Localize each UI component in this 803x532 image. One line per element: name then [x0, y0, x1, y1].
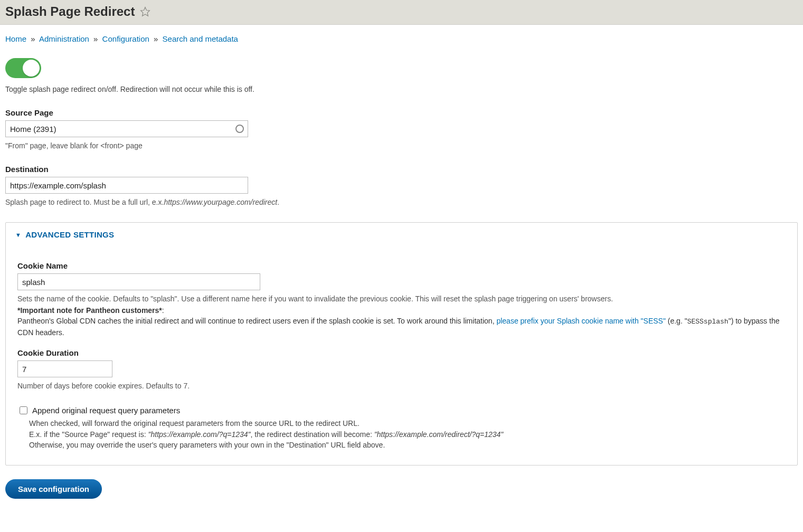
advanced-settings-title: ADVANCED SETTINGS [25, 230, 114, 239]
toggle-description: Toggle splash page redirect on/off. Redi… [5, 85, 798, 93]
source-page-input[interactable] [5, 120, 248, 137]
breadcrumb-home[interactable]: Home [5, 34, 26, 43]
breadcrumb-separator: » [152, 34, 160, 43]
source-page-helper: "From" page, leave blank for <front> pag… [5, 141, 798, 150]
append-query-desc-line3: Otherwise, you may override the user's q… [29, 440, 786, 450]
svg-marker-0 [141, 7, 150, 16]
cookie-duration-field: Cookie Duration Number of days before co… [17, 348, 786, 390]
pantheon-note-colon: : [162, 306, 164, 315]
advanced-settings-panel: ▼ ADVANCED SETTINGS Cookie Name Sets the… [5, 222, 798, 466]
star-icon[interactable] [140, 6, 150, 17]
breadcrumb-separator: » [91, 34, 100, 43]
cookie-duration-input[interactable] [17, 360, 112, 377]
breadcrumb-search-metadata[interactable]: Search and metadata [163, 34, 238, 43]
append-query-row: Append original request query parameters [17, 405, 786, 416]
append-query-checkbox[interactable] [20, 406, 27, 414]
destination-input[interactable] [5, 177, 248, 194]
content-region: Home » Administration » Configuration » … [0, 25, 803, 515]
pantheon-note-label: *Important note for Pantheon customers* [17, 306, 162, 315]
chevron-down-icon: ▼ [15, 232, 21, 238]
destination-label: Destination [5, 165, 798, 174]
breadcrumb-administration[interactable]: Administration [39, 34, 89, 43]
enable-toggle[interactable] [5, 58, 41, 78]
toggle-knob [23, 60, 40, 77]
destination-field: Destination Splash page to redirect to. … [5, 165, 798, 206]
pantheon-note-post-pre: (e.g. " [666, 317, 687, 325]
page-title: Splash Page Redirect [5, 4, 135, 19]
advanced-settings-body: Cookie Name Sets the name of the cookie.… [6, 245, 797, 465]
append-query-desc-line1: When checked, will forward the original … [29, 418, 786, 429]
cookie-duration-helper: Number of days before cookie expires. De… [17, 382, 786, 390]
pantheon-code: SESSsplash [687, 318, 729, 326]
cookie-duration-label: Cookie Duration [17, 348, 786, 357]
pantheon-note-pre: Pantheon's Global CDN caches the initial… [17, 317, 496, 325]
breadcrumb: Home » Administration » Configuration » … [5, 34, 798, 43]
cookie-name-helper: Sets the name of the cookie. Defaults to… [17, 294, 786, 303]
autocomplete-icon [235, 125, 244, 133]
save-button[interactable]: Save configuration [5, 479, 102, 499]
pantheon-sess-link[interactable]: please prefix your Splash cookie name wi… [496, 317, 665, 325]
advanced-settings-toggle[interactable]: ▼ ADVANCED SETTINGS [6, 223, 797, 245]
pantheon-note: *Important note for Pantheon customers*:… [17, 305, 786, 338]
page-header: Splash Page Redirect [0, 0, 803, 25]
append-query-label[interactable]: Append original request query parameters [32, 406, 180, 415]
destination-helper-example: https://www.yourpage.com/redirect [164, 198, 277, 206]
breadcrumb-separator: » [29, 34, 37, 43]
append-query-description: When checked, will forward the original … [29, 418, 786, 450]
destination-helper-suffix: . [277, 198, 279, 206]
append-query-desc-line2: E.x. if the "Source Page" request is: "h… [29, 429, 786, 440]
cookie-name-label: Cookie Name [17, 261, 786, 270]
cookie-name-field: Cookie Name Sets the name of the cookie.… [17, 261, 786, 338]
destination-helper: Splash page to redirect to. Must be a fu… [5, 198, 798, 206]
source-page-label: Source Page [5, 108, 798, 117]
cookie-name-input[interactable] [17, 273, 260, 290]
destination-helper-prefix: Splash page to redirect to. Must be a fu… [5, 198, 164, 206]
source-page-field: Source Page "From" page, leave blank for… [5, 108, 798, 150]
breadcrumb-configuration[interactable]: Configuration [102, 34, 149, 43]
